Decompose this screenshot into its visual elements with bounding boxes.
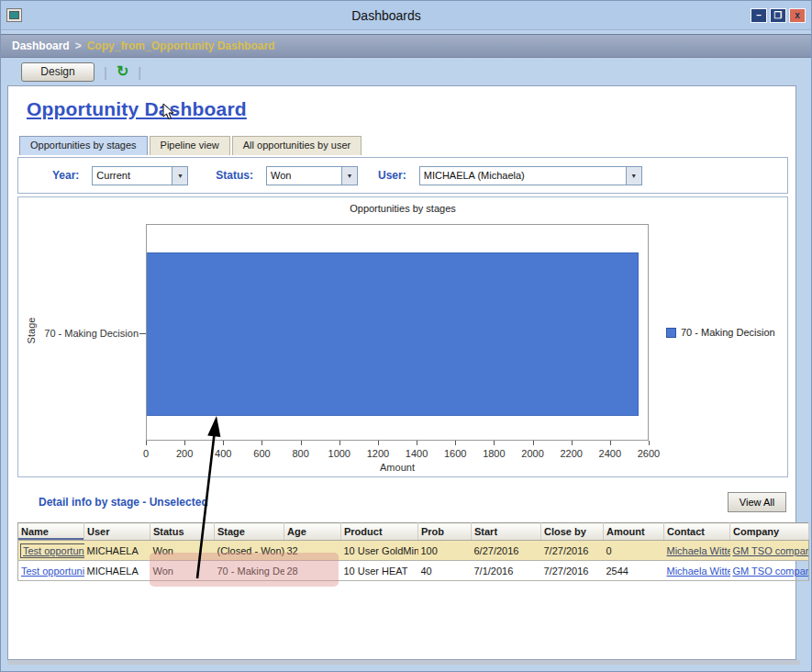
toolbar-separator: |: [104, 64, 107, 80]
x-tick-mark: [455, 441, 456, 445]
x-tick-mark: [261, 441, 262, 445]
breadcrumb-current: Copy_from_Opportunity Dashboard: [87, 39, 275, 52]
cell-name: Test opportunity: [18, 541, 84, 561]
link-contact[interactable]: Michaela Witte: [667, 545, 730, 556]
cell-close-by: 7/27/2016: [541, 541, 604, 561]
breadcrumb-separator: >: [75, 39, 82, 52]
cell-amount: 0: [604, 541, 664, 561]
title-bar: Dashboards – ❒ x: [1, 1, 811, 30]
column-header-start[interactable]: Start: [472, 523, 541, 541]
cell-contact: Michaela Witte: [664, 561, 730, 581]
y-tick-mark: [139, 333, 146, 334]
chevron-down-icon: ▼: [172, 167, 187, 185]
legend-swatch: [666, 328, 676, 338]
tab-strip: Opportunities by stagesPipeline viewAll …: [19, 136, 795, 155]
user-label: User:: [378, 169, 406, 182]
x-tick-mark: [339, 441, 340, 445]
cell-close-by: 7/27/2016: [541, 561, 604, 581]
tab-opportunities-by-stages[interactable]: Opportunities by stages: [19, 136, 148, 155]
status-select[interactable]: Won ▼: [266, 166, 358, 185]
x-tick-mark: [378, 441, 379, 445]
minimize-button[interactable]: –: [751, 8, 767, 23]
cell-start: 6/27/2016: [472, 541, 541, 561]
cell-user: MICHAELA: [84, 541, 150, 561]
link-company[interactable]: GM TSO company: [733, 566, 809, 577]
column-header-company[interactable]: Company: [730, 523, 809, 541]
cell-company: GM TSO company: [730, 561, 809, 581]
chart-panel: Opportunities by stages Stage 70 - Makin…: [17, 196, 788, 477]
dashboard-content: Opportunity Dashboard Opportunities by s…: [7, 85, 796, 660]
breadcrumb: Dashboard > Copy_from_Opportunity Dashbo…: [1, 34, 811, 58]
x-tick-mark: [223, 441, 224, 445]
cell-status: Won: [150, 541, 215, 561]
column-header-product[interactable]: Product: [341, 523, 418, 541]
view-all-button[interactable]: View All: [728, 492, 786, 512]
filter-panel: Year: Current ▼ Status: Won ▼ User: MICH…: [17, 157, 788, 194]
close-button[interactable]: x: [789, 8, 806, 23]
maximize-button[interactable]: ❒: [770, 8, 786, 23]
detail-title: Detail info by stage - Unselected: [39, 496, 208, 509]
refresh-icon[interactable]: ↻: [117, 64, 128, 79]
cell-name: Test opportunity: [18, 561, 84, 581]
user-select[interactable]: MICHAELA (Michaela) ▼: [419, 166, 642, 185]
chart-plot-area: [146, 224, 649, 441]
x-tick-mark: [533, 441, 534, 445]
cell-product: 10 User GoldMine: [341, 541, 418, 561]
column-header-contact[interactable]: Contact: [664, 523, 730, 541]
year-label: Year:: [52, 169, 79, 182]
chevron-down-icon: ▼: [626, 167, 641, 185]
cell-contact: Michaela Witte: [664, 541, 730, 561]
x-axis-title: Amount: [146, 462, 649, 473]
x-tick-mark: [417, 441, 417, 445]
column-header-user[interactable]: User: [84, 523, 150, 541]
column-header-stage[interactable]: Stage: [215, 523, 284, 541]
table-row[interactable]: Test opportunityMICHAELAWon(Closed - Won…: [18, 541, 809, 561]
tab-all-opportunities-by-user[interactable]: All opportunities by user: [232, 136, 362, 155]
detail-header: Detail info by stage - Unselected View A…: [17, 490, 788, 514]
table-row[interactable]: Test opportunityMICHAELAWon70 - Making D…: [18, 561, 809, 581]
year-select[interactable]: Current ▼: [92, 166, 188, 185]
link-company[interactable]: GM TSO company: [733, 545, 809, 556]
cell-status: Won: [150, 561, 215, 581]
breadcrumb-root[interactable]: Dashboard: [12, 39, 70, 52]
page-title: Opportunity Dashboard: [27, 97, 795, 121]
cell-prob: 100: [418, 541, 472, 561]
toolbar-separator: |: [138, 64, 141, 80]
dashboard-title-link[interactable]: Opportunity Dashboard: [27, 98, 247, 119]
chart-legend: 70 - Making Decision: [666, 327, 775, 338]
x-tick-mark: [184, 441, 185, 445]
legend-label: 70 - Making Decision: [681, 327, 775, 338]
link-name[interactable]: Test opportunity: [21, 544, 84, 557]
column-header-close-by[interactable]: Close by: [541, 523, 604, 541]
app-icon: [6, 8, 22, 22]
app-icon-glyph: [9, 11, 19, 19]
bar-70-making-decision[interactable]: [147, 252, 639, 416]
dashboards-window: Dashboards – ❒ x Dashboard > Copy_from_O…: [0, 0, 812, 672]
cell-prob: 40: [418, 561, 472, 581]
x-tick-mark: [649, 441, 650, 445]
x-tick-label: 2600: [621, 448, 676, 459]
column-header-age[interactable]: Age: [284, 523, 341, 541]
cell-user: MICHAELA: [84, 561, 150, 581]
column-header-amount[interactable]: Amount: [604, 523, 664, 541]
cell-age: 28: [284, 561, 341, 581]
detail-table: NameUserStatusStageAgeProductProbStartCl…: [17, 522, 809, 581]
column-header-status[interactable]: Status: [150, 523, 215, 541]
column-header-name[interactable]: Name: [18, 523, 84, 541]
column-header-prob[interactable]: Prob: [418, 523, 472, 541]
status-label: Status:: [216, 169, 253, 182]
design-button[interactable]: Design: [21, 62, 95, 82]
chevron-down-icon: ▼: [341, 167, 357, 185]
link-name[interactable]: Test opportunity: [21, 566, 84, 577]
tab-pipeline-view[interactable]: Pipeline view: [150, 136, 230, 155]
cell-age: 32: [284, 541, 341, 561]
x-tick-mark: [301, 441, 302, 445]
cell-stage: 70 - Making Decision: [215, 561, 284, 581]
chart-title: Opportunities by stages: [18, 203, 787, 214]
mouse-cursor-icon: [162, 103, 175, 121]
y-tick-label: 70 - Making Decision: [18, 328, 139, 339]
link-contact[interactable]: Michaela Witte: [667, 566, 730, 577]
cell-company: GM TSO company: [730, 541, 809, 561]
x-tick-mark: [146, 441, 147, 445]
window-title: Dashboards: [22, 8, 751, 23]
